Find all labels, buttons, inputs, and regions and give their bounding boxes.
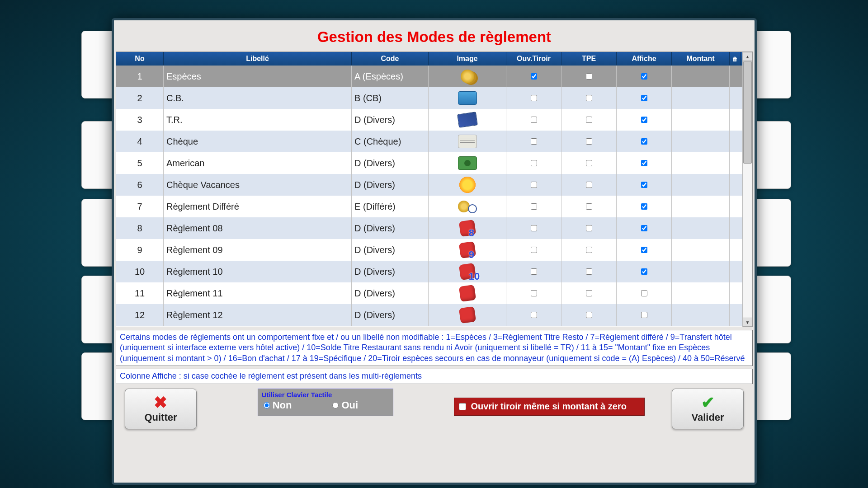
ouv-tiroir-checkbox[interactable] bbox=[531, 203, 537, 210]
cell-montant[interactable] bbox=[672, 174, 730, 196]
cell-tpe[interactable] bbox=[561, 152, 617, 174]
ouv-tiroir-checkbox[interactable] bbox=[531, 247, 537, 253]
ouv-tiroir-checkbox[interactable] bbox=[531, 225, 537, 231]
cell-montant[interactable] bbox=[672, 282, 730, 304]
tpe-checkbox[interactable] bbox=[586, 182, 592, 188]
cell-label[interactable]: Espèces bbox=[164, 66, 352, 87]
cell-code[interactable]: A (Espèces) bbox=[352, 66, 429, 87]
tpe-checkbox[interactable] bbox=[586, 117, 592, 123]
cell-image[interactable] bbox=[429, 131, 506, 152]
table-row[interactable]: 10Règlement 10D (Divers)10 bbox=[116, 261, 742, 282]
cell-affiche[interactable] bbox=[617, 131, 672, 152]
open-drawer-zero-checkbox-container[interactable]: Ouvrir tiroir même si montant à zero bbox=[454, 398, 645, 416]
cell-ouv-tiroir[interactable] bbox=[506, 152, 561, 174]
tpe-checkbox[interactable] bbox=[586, 225, 592, 231]
cell-ouv-tiroir[interactable] bbox=[506, 261, 561, 282]
cell-image[interactable] bbox=[429, 282, 506, 304]
col-header-montant[interactable]: Montant bbox=[672, 52, 730, 66]
cell-affiche[interactable] bbox=[617, 196, 672, 217]
ouv-tiroir-checkbox[interactable] bbox=[531, 182, 537, 188]
cell-ouv-tiroir[interactable] bbox=[506, 174, 561, 196]
cell-montant[interactable] bbox=[672, 131, 730, 152]
cell-image[interactable]: 10 bbox=[429, 261, 506, 282]
cell-no[interactable]: 1 bbox=[116, 66, 164, 87]
cell-montant[interactable] bbox=[672, 239, 730, 261]
cell-label[interactable]: Règlement 09 bbox=[164, 239, 352, 261]
affiche-checkbox[interactable] bbox=[641, 225, 647, 231]
cell-code[interactable]: D (Divers) bbox=[352, 217, 429, 239]
cell-label[interactable]: Règlement 12 bbox=[164, 304, 352, 326]
cell-code[interactable]: D (Divers) bbox=[352, 261, 429, 282]
cell-ouv-tiroir[interactable] bbox=[506, 239, 561, 261]
cell-image[interactable] bbox=[429, 174, 506, 196]
cell-affiche[interactable] bbox=[617, 87, 672, 109]
tpe-checkbox[interactable] bbox=[586, 312, 592, 318]
quit-button[interactable]: ✖ Quitter bbox=[125, 389, 197, 429]
cell-code[interactable]: B (CB) bbox=[352, 87, 429, 109]
col-header-label[interactable]: Libellé bbox=[164, 52, 352, 66]
cell-code[interactable]: E (Différé) bbox=[352, 196, 429, 217]
table-row[interactable]: 6Chèque VacancesD (Divers) bbox=[116, 174, 742, 196]
cell-montant[interactable] bbox=[672, 261, 730, 282]
cell-no[interactable]: 6 bbox=[116, 174, 164, 196]
cell-no[interactable]: 11 bbox=[116, 282, 164, 304]
scroll-down-button[interactable]: ▼ bbox=[743, 318, 752, 327]
tpe-checkbox[interactable] bbox=[586, 95, 592, 101]
table-row[interactable]: 3T.R.D (Divers) bbox=[116, 109, 742, 131]
cell-ouv-tiroir[interactable] bbox=[506, 282, 561, 304]
validate-button[interactable]: ✔ Valider bbox=[672, 389, 744, 429]
touch-keyboard-yes-option[interactable]: Oui bbox=[332, 399, 358, 411]
cell-no[interactable]: 5 bbox=[116, 152, 164, 174]
affiche-checkbox[interactable] bbox=[641, 160, 647, 166]
tpe-checkbox[interactable] bbox=[586, 247, 592, 253]
cell-affiche[interactable] bbox=[617, 239, 672, 261]
tpe-checkbox[interactable] bbox=[586, 203, 592, 210]
cell-code[interactable]: D (Divers) bbox=[352, 152, 429, 174]
cell-affiche[interactable] bbox=[617, 66, 672, 87]
cell-no[interactable]: 8 bbox=[116, 217, 164, 239]
cell-ouv-tiroir[interactable] bbox=[506, 66, 561, 87]
scroll-track[interactable] bbox=[743, 61, 752, 318]
open-drawer-zero-checkbox[interactable] bbox=[459, 403, 466, 410]
col-header-affiche[interactable]: Affiche bbox=[617, 52, 672, 66]
cell-image[interactable] bbox=[429, 87, 506, 109]
table-row[interactable]: 4ChèqueC (Chèque) bbox=[116, 131, 742, 152]
table-row[interactable]: 5AmericanD (Divers) bbox=[116, 152, 742, 174]
affiche-checkbox[interactable] bbox=[641, 203, 647, 210]
affiche-checkbox[interactable] bbox=[641, 247, 647, 253]
cell-montant[interactable] bbox=[672, 66, 730, 87]
ouv-tiroir-checkbox[interactable] bbox=[531, 268, 537, 275]
scroll-up-button[interactable]: ▲ bbox=[743, 52, 752, 61]
cell-tpe[interactable] bbox=[561, 87, 617, 109]
ouv-tiroir-checkbox[interactable] bbox=[531, 117, 537, 123]
scroll-thumb[interactable] bbox=[743, 61, 752, 164]
table-row[interactable]: 8Règlement 08D (Divers)8 bbox=[116, 217, 742, 239]
cell-affiche[interactable] bbox=[617, 109, 672, 131]
affiche-checkbox[interactable] bbox=[641, 182, 647, 188]
cell-montant[interactable] bbox=[672, 304, 730, 326]
affiche-checkbox[interactable] bbox=[641, 268, 647, 275]
affiche-checkbox[interactable] bbox=[641, 117, 647, 123]
cell-image[interactable] bbox=[429, 196, 506, 217]
cell-tpe[interactable] bbox=[561, 174, 617, 196]
cell-no[interactable]: 3 bbox=[116, 109, 164, 131]
cell-ouv-tiroir[interactable] bbox=[506, 109, 561, 131]
cell-code[interactable]: D (Divers) bbox=[352, 109, 429, 131]
cell-ouv-tiroir[interactable] bbox=[506, 87, 561, 109]
cell-image[interactable]: 8 bbox=[429, 217, 506, 239]
cell-code[interactable]: D (Divers) bbox=[352, 239, 429, 261]
ouv-tiroir-checkbox[interactable] bbox=[531, 95, 537, 101]
cell-tpe[interactable] bbox=[561, 261, 617, 282]
cell-code[interactable]: D (Divers) bbox=[352, 304, 429, 326]
cell-no[interactable]: 7 bbox=[116, 196, 164, 217]
cell-tpe[interactable] bbox=[561, 131, 617, 152]
touch-keyboard-no-option[interactable]: Non bbox=[264, 399, 292, 411]
cell-affiche[interactable] bbox=[617, 261, 672, 282]
cell-affiche[interactable] bbox=[617, 217, 672, 239]
cell-tpe[interactable] bbox=[561, 282, 617, 304]
col-header-code[interactable]: Code bbox=[352, 52, 429, 66]
cell-label[interactable]: T.R. bbox=[164, 109, 352, 131]
cell-no[interactable]: 9 bbox=[116, 239, 164, 261]
cell-affiche[interactable] bbox=[617, 174, 672, 196]
affiche-checkbox[interactable] bbox=[641, 290, 647, 296]
